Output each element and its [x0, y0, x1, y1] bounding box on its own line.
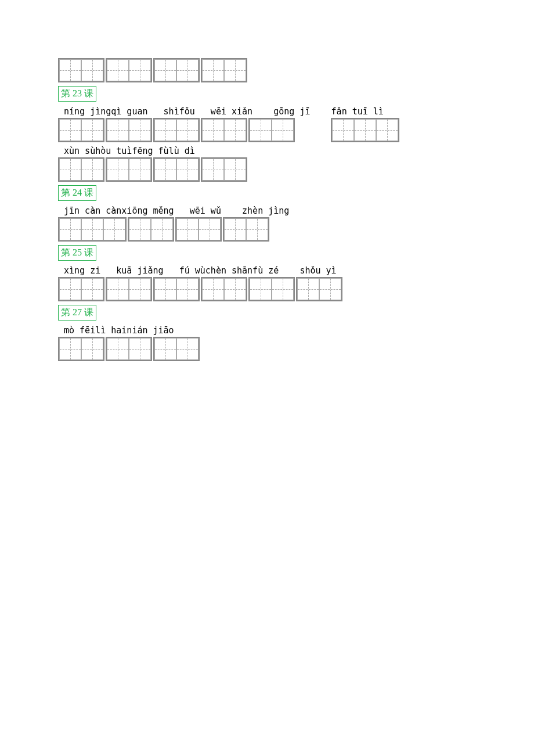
word-block — [106, 277, 152, 301]
tian-cell[interactable] — [107, 159, 129, 181]
tian-cell[interactable] — [81, 278, 103, 300]
tian-cell[interactable] — [59, 159, 81, 181]
tian-cell[interactable] — [154, 59, 176, 81]
tian-cell[interactable] — [154, 278, 176, 300]
pinyin-row: mò fēilì hainián jiāo — [58, 325, 476, 336]
tian-cell[interactable] — [129, 159, 151, 181]
word-block — [248, 277, 295, 301]
tian-cell[interactable] — [319, 278, 341, 300]
grid-row — [58, 118, 296, 142]
tian-cell[interactable] — [250, 119, 272, 141]
word-block — [106, 337, 152, 361]
tian-cell[interactable] — [176, 119, 199, 141]
tian-cell[interactable] — [246, 218, 268, 240]
word-block — [58, 277, 104, 301]
pinyin-row: níng jìngqì guan shìfǒu wēi xiǎn gōng jī… — [58, 106, 476, 117]
tian-cell[interactable] — [332, 119, 354, 141]
word-block — [58, 58, 104, 82]
word-block — [153, 118, 200, 142]
word-block — [248, 118, 295, 142]
word-block — [106, 118, 152, 142]
tian-cell[interactable] — [202, 278, 224, 300]
tian-cell[interactable] — [59, 218, 81, 240]
tian-cell[interactable] — [103, 218, 125, 240]
grid-row — [58, 337, 476, 361]
grid-row — [58, 157, 476, 182]
tian-cell[interactable] — [224, 278, 246, 300]
tian-cell[interactable] — [176, 278, 199, 300]
word-block — [296, 277, 342, 301]
tian-cell[interactable] — [59, 59, 81, 81]
tian-cell[interactable] — [81, 338, 103, 360]
word-block — [175, 217, 222, 242]
grid-row-float — [331, 118, 400, 142]
tian-cell[interactable] — [250, 278, 272, 300]
tian-cell[interactable] — [202, 119, 224, 141]
word-block — [58, 157, 104, 182]
lesson-badge-23: 第 23 课 — [58, 86, 96, 102]
tian-cell[interactable] — [107, 338, 129, 360]
tian-cell[interactable] — [107, 278, 129, 300]
lesson-badge-27: 第 27 课 — [58, 305, 96, 321]
tian-cell[interactable] — [202, 159, 224, 181]
word-block — [201, 157, 247, 182]
pinyin-row: xùn sùhòu tuìfēng fùlù dì — [58, 146, 476, 156]
word-block — [58, 337, 104, 361]
word-block — [153, 58, 200, 82]
tian-cell[interactable] — [59, 338, 81, 360]
tian-cell[interactable] — [107, 119, 129, 141]
grid-and-float-row — [58, 118, 476, 142]
word-block — [201, 58, 247, 82]
word-block — [153, 157, 200, 182]
word-block — [223, 217, 269, 242]
tian-cell[interactable] — [154, 119, 176, 141]
word-block — [58, 118, 104, 142]
pinyin-row: jīn càn cànxiōng měng wēi wǔ zhèn jìng — [58, 206, 476, 216]
tian-cell[interactable] — [81, 59, 103, 81]
tian-cell[interactable] — [224, 119, 246, 141]
lesson-badge-25: 第 25 课 — [58, 245, 96, 261]
tian-cell[interactable] — [176, 338, 199, 360]
word-block — [201, 277, 247, 301]
tian-cell[interactable] — [129, 59, 151, 81]
tian-cell[interactable] — [354, 119, 376, 141]
tian-cell[interactable] — [59, 278, 81, 300]
tian-cell[interactable] — [81, 159, 103, 181]
grid-row-top — [58, 58, 476, 82]
word-block — [201, 118, 247, 142]
tian-cell[interactable] — [107, 59, 129, 81]
pinyin-row: xìng zi kuā jiǎng fú wùchèn shānfù zé sh… — [58, 265, 476, 276]
word-block — [331, 118, 399, 142]
tian-cell[interactable] — [154, 338, 176, 360]
lesson-badge-24: 第 24 课 — [58, 185, 96, 201]
word-block — [106, 58, 152, 82]
tian-cell[interactable] — [81, 218, 103, 240]
tian-cell[interactable] — [129, 338, 151, 360]
tian-cell[interactable] — [224, 218, 246, 240]
tian-cell[interactable] — [376, 119, 398, 141]
tian-cell[interactable] — [129, 218, 151, 240]
tian-cell[interactable] — [81, 119, 103, 141]
tian-cell[interactable] — [297, 278, 319, 300]
grid-row — [58, 277, 476, 301]
word-block — [106, 157, 152, 182]
tian-cell[interactable] — [129, 278, 151, 300]
tian-cell[interactable] — [176, 59, 199, 81]
grid-row — [58, 217, 476, 242]
word-block — [128, 217, 174, 242]
tian-cell[interactable] — [199, 218, 221, 240]
word-block — [58, 217, 127, 242]
tian-cell[interactable] — [151, 218, 173, 240]
tian-cell[interactable] — [202, 59, 224, 81]
tian-cell[interactable] — [154, 159, 176, 181]
tian-cell[interactable] — [176, 218, 199, 240]
tian-cell[interactable] — [224, 59, 246, 81]
tian-cell[interactable] — [272, 278, 294, 300]
tian-cell[interactable] — [224, 159, 246, 181]
worksheet-page: 第 23 课 níng jìngqì guan shìfǒu wēi xiǎn … — [0, 0, 534, 361]
tian-cell[interactable] — [176, 159, 199, 181]
tian-cell[interactable] — [272, 119, 294, 141]
tian-cell[interactable] — [59, 119, 81, 141]
word-block — [153, 277, 200, 301]
tian-cell[interactable] — [129, 119, 151, 141]
